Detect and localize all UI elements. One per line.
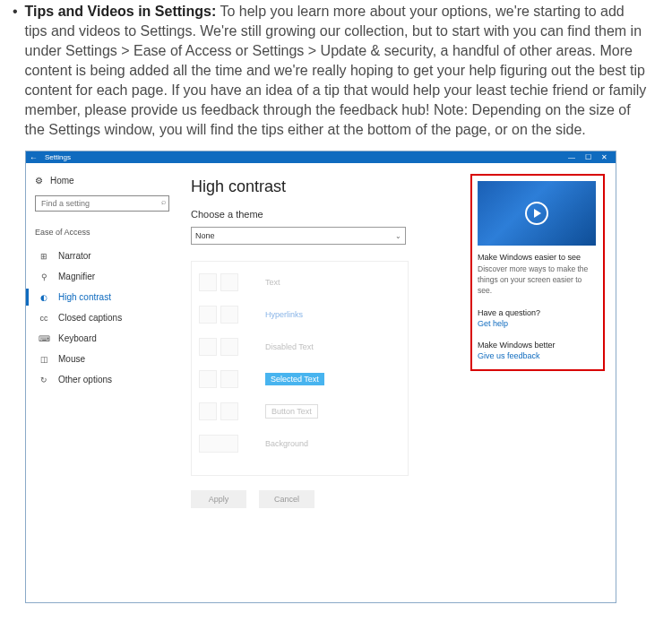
preview-text-label: Text bbox=[265, 278, 280, 287]
other-options-icon: ↻ bbox=[39, 376, 49, 384]
chevron-down-icon: ⌄ bbox=[395, 232, 401, 240]
mouse-icon: ◫ bbox=[39, 355, 49, 364]
back-button[interactable]: ← bbox=[30, 153, 38, 162]
magnifier-icon: ⚲ bbox=[39, 272, 49, 281]
narrator-icon: ⊞ bbox=[39, 252, 49, 261]
swatch[interactable] bbox=[199, 435, 238, 453]
tip-video-title: Make Windows easier to see bbox=[478, 253, 598, 262]
choose-theme-label: Choose a theme bbox=[191, 209, 470, 220]
article-body: To help you learn more about your option… bbox=[25, 4, 647, 137]
preview-disabled-text-label: Disabled Text bbox=[265, 342, 314, 351]
sidebar-item-closed-captions[interactable]: cc Closed captions bbox=[35, 307, 180, 328]
play-icon bbox=[525, 202, 548, 225]
preview-background-label: Background bbox=[265, 439, 308, 448]
main-content: High contrast Choose a theme None ⌄ Text… bbox=[187, 163, 470, 602]
page-title: High contrast bbox=[191, 177, 470, 196]
sidebar-item-high-contrast[interactable]: ◐ High contrast bbox=[35, 287, 180, 307]
get-help-link[interactable]: Get help bbox=[478, 319, 598, 328]
window-title: Settings bbox=[45, 153, 71, 161]
sidebar-section-label: Ease of Access bbox=[35, 228, 180, 237]
swatch[interactable] bbox=[199, 370, 217, 388]
sidebar-item-label: Other options bbox=[58, 375, 112, 384]
video-thumbnail[interactable] bbox=[478, 181, 596, 246]
preview-button-text-label: Button Text bbox=[265, 404, 318, 419]
theme-select[interactable]: None ⌄ bbox=[191, 227, 406, 245]
search-wrap: ⌕ bbox=[35, 194, 180, 212]
article-bold: Tips and Videos in Settings: bbox=[25, 4, 217, 19]
sidebar-item-label: Mouse bbox=[58, 354, 85, 364]
minimize-button[interactable]: — bbox=[564, 151, 580, 163]
maximize-button[interactable]: ☐ bbox=[580, 151, 596, 163]
tip-better-label: Make Windows better bbox=[478, 341, 598, 350]
gear-icon: ⚙ bbox=[35, 176, 43, 186]
bullet: • bbox=[13, 2, 18, 22]
preview-selected-text-label: Selected Text bbox=[265, 373, 324, 385]
search-input[interactable] bbox=[35, 195, 169, 212]
sidebar-item-label: Keyboard bbox=[58, 333, 97, 343]
cancel-button[interactable]: Cancel bbox=[259, 490, 314, 508]
preview-box: Text Hyperlinks Disabled Text Selected T… bbox=[191, 261, 409, 476]
preview-hyperlinks-label: Hyperlinks bbox=[265, 310, 303, 319]
high-contrast-icon: ◐ bbox=[39, 293, 49, 302]
swatch[interactable] bbox=[220, 306, 238, 324]
sidebar-item-label: Magnifier bbox=[58, 272, 95, 281]
swatch[interactable] bbox=[199, 338, 217, 356]
swatch[interactable] bbox=[199, 402, 217, 420]
swatch[interactable] bbox=[220, 370, 238, 388]
keyboard-icon: ⌨ bbox=[39, 334, 49, 343]
tip-question-label: Have a question? bbox=[478, 308, 598, 317]
sidebar: ⚙ Home ⌕ Ease of Access ⊞ Narrator ⚲ Mag… bbox=[26, 163, 187, 602]
sidebar-item-label: Narrator bbox=[58, 251, 91, 261]
swatch[interactable] bbox=[220, 402, 238, 420]
sidebar-item-magnifier[interactable]: ⚲ Magnifier bbox=[35, 266, 180, 287]
sidebar-item-label: Closed captions bbox=[58, 313, 122, 323]
theme-value: None bbox=[195, 231, 215, 240]
swatch[interactable] bbox=[220, 338, 238, 356]
apply-button[interactable]: Apply bbox=[191, 490, 246, 508]
home-button[interactable]: ⚙ Home bbox=[35, 176, 180, 186]
swatch[interactable] bbox=[199, 306, 217, 324]
swatch[interactable] bbox=[199, 273, 217, 291]
sidebar-item-mouse[interactable]: ◫ Mouse bbox=[35, 349, 180, 369]
tips-panel: Make Windows easier to see Discover more… bbox=[470, 174, 605, 371]
titlebar: ← Settings — ☐ ✕ bbox=[26, 151, 616, 163]
article-paragraph: Tips and Videos in Settings: To help you… bbox=[25, 2, 647, 140]
sidebar-item-other-options[interactable]: ↻ Other options bbox=[35, 369, 180, 390]
search-icon: ⌕ bbox=[161, 197, 166, 206]
close-button[interactable]: ✕ bbox=[596, 151, 612, 163]
tip-video-desc: Discover more ways to make the things on… bbox=[478, 263, 598, 296]
sidebar-item-narrator[interactable]: ⊞ Narrator bbox=[35, 246, 180, 266]
give-feedback-link[interactable]: Give us feedback bbox=[478, 351, 598, 360]
sidebar-item-keyboard[interactable]: ⌨ Keyboard bbox=[35, 328, 180, 349]
home-label: Home bbox=[50, 176, 74, 186]
swatch[interactable] bbox=[220, 273, 238, 291]
settings-window: ← Settings — ☐ ✕ ⚙ Home ⌕ Ease of Access bbox=[25, 151, 616, 603]
sidebar-item-label: High contrast bbox=[58, 292, 111, 302]
closed-captions-icon: cc bbox=[39, 314, 49, 323]
